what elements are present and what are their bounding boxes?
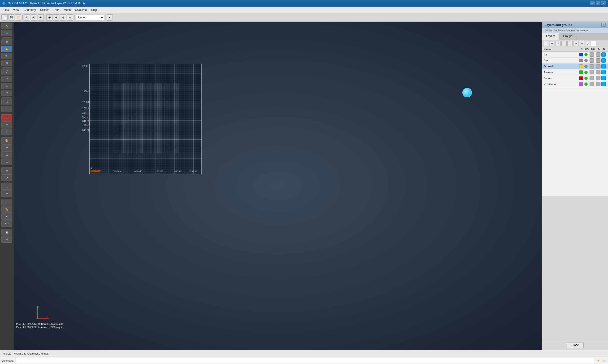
dropdown-arrow[interactable]: ▼ [107, 14, 113, 21]
layer-cyan-ground[interactable] [601, 64, 606, 68]
viewport[interactable]: 2000 1250.13 1260.63 1241.36 1047.73 955… [14, 22, 542, 350]
layer-circle-aux-dot[interactable] [584, 59, 588, 62]
new-button[interactable]: 📄 [1, 14, 8, 21]
tool-pencil[interactable]: ✏ [1, 30, 12, 36]
tool-delete[interactable]: ✕ [1, 114, 12, 121]
tool-condition[interactable]: ◈ [1, 167, 12, 174]
tool-extrude[interactable]: ↑ [1, 105, 12, 112]
layer-gray-air[interactable] [590, 52, 594, 57]
layer-row-source[interactable]: Source [542, 75, 608, 81]
layer-tool-filter[interactable]: ▽ [585, 41, 590, 46]
layer-tr-source-btn[interactable] [596, 76, 600, 80]
tool-scissors[interactable]: ✂ [1, 121, 12, 128]
color-swatch-receive[interactable] [579, 70, 583, 74]
layer-tool-copy[interactable]: ⊕ [573, 41, 579, 46]
tool-measure[interactable]: 📏 [1, 206, 12, 213]
layer-row-uniform[interactable]: ✓ Uniform [542, 81, 608, 87]
layer-color-receive[interactable] [579, 70, 584, 74]
tool-xyz[interactable]: XYZ [1, 220, 12, 227]
tool-layers[interactable]: ☰ [1, 158, 12, 165]
layer-tool-up[interactable]: ↑ [561, 41, 567, 46]
layer-fu-source[interactable] [590, 76, 596, 80]
tab-groups[interactable]: Groups [559, 33, 576, 40]
layer-circle-receive-dot[interactable] [584, 71, 588, 74]
layer-dropdown[interactable]: Uniform Air Aux Ground Receive Source [76, 15, 104, 20]
save-button[interactable]: 💾 [8, 14, 14, 21]
command-input[interactable] [16, 358, 594, 363]
layer-tr-air[interactable] [596, 52, 601, 57]
layer-color-source[interactable] [579, 76, 584, 80]
layer-gray-receive[interactable] [590, 70, 594, 74]
tool-move[interactable]: ✋ [1, 46, 12, 52]
tool-assign[interactable]: ↗ [1, 174, 12, 181]
menu-utilities[interactable]: Utilities [38, 8, 51, 12]
layer-gray-aux[interactable] [590, 58, 594, 63]
color-swatch-air[interactable] [579, 53, 583, 56]
expand-icon[interactable]: ⊞ [602, 358, 607, 363]
menu-view[interactable]: View [11, 8, 21, 12]
layer-tool-edit[interactable]: ✏ [550, 41, 555, 46]
layer-b-ground[interactable] [601, 64, 607, 68]
layer-cyan-source[interactable] [601, 76, 606, 80]
layer-color-air[interactable] [579, 53, 584, 56]
tool-3d[interactable]: ⬡ [1, 99, 12, 105]
layer-cyan-air[interactable] [601, 52, 606, 57]
layer-color-uniform[interactable] [579, 82, 584, 86]
layer-fu-ground[interactable] [590, 64, 596, 68]
layer-tr-aux[interactable] [596, 58, 601, 63]
layer-circle-uniform[interactable] [584, 82, 590, 86]
layer-b-source[interactable] [601, 76, 607, 80]
menu-help[interactable]: Help [89, 8, 99, 12]
layer-row-air[interactable]: Air [542, 52, 608, 58]
layer-b-aux[interactable] [601, 58, 607, 63]
layer-tr-uniform[interactable] [596, 82, 601, 86]
view3-button[interactable]: 👁 [38, 14, 44, 21]
open-button[interactable]: 📁 [15, 14, 21, 21]
color-swatch-uniform[interactable] [579, 82, 583, 86]
menu-geometry[interactable]: Geometry [22, 8, 38, 12]
remove-btn[interactable]: ⊖ [60, 14, 66, 21]
layer-circle-air[interactable] [584, 53, 590, 56]
layer-tr-aux-btn[interactable] [596, 58, 600, 63]
layer-tr-receive[interactable] [596, 70, 601, 74]
layer-circle-ground-dot[interactable] [584, 65, 588, 68]
menu-files[interactable]: Files [1, 8, 11, 12]
layer-tool-delete[interactable]: ✕ [555, 41, 561, 46]
layer-fu-receive[interactable] [590, 70, 596, 74]
layer-row-ground[interactable]: Ground [542, 64, 608, 69]
add-btn[interactable]: ⊕ [53, 14, 59, 21]
view2-button[interactable]: 👁 [31, 14, 37, 21]
tool-paint[interactable]: 🎨 [1, 137, 12, 144]
tool-arrow[interactable]: ↖ [1, 23, 12, 29]
lightning-icon[interactable] [596, 358, 600, 363]
layer-circle-source-dot[interactable] [584, 77, 588, 80]
floating-action-button[interactable] [462, 88, 472, 97]
layer-tool-down[interactable]: ↓ [567, 41, 573, 46]
layer-tr-uniform-btn[interactable] [596, 82, 600, 86]
layer-color-ground[interactable] [579, 65, 584, 68]
color-swatch-source[interactable] [579, 76, 583, 80]
tool-zoom-out[interactable]: 🔎 [1, 60, 12, 66]
tab-layers[interactable]: Layers [542, 33, 559, 40]
layer-tr-receive-btn[interactable] [596, 70, 600, 74]
tool-select-rect[interactable]: ⬚ [1, 183, 12, 190]
layer-b-receive[interactable] [601, 70, 607, 74]
edit-btn[interactable]: ✏ [67, 14, 73, 21]
layer-b-uniform[interactable] [601, 82, 607, 86]
circle-btn[interactable]: ◉ [46, 14, 53, 21]
layer-row-receive[interactable]: Receive [542, 69, 608, 75]
window-close-button[interactable]: ✕ [601, 1, 606, 5]
maximize-button[interactable]: □ [596, 1, 600, 5]
tool-line[interactable]: ╱ [1, 68, 12, 75]
menu-data[interactable]: Data [52, 8, 61, 12]
color-swatch-aux[interactable] [579, 59, 583, 62]
color-swatch-ground[interactable] [579, 65, 583, 68]
tool-arc[interactable]: ◠ [1, 76, 12, 82]
tool-zoom-in[interactable]: 🔍 [1, 53, 12, 59]
layer-tool-white[interactable]: □ [591, 41, 596, 46]
tool-pre[interactable]: ▣ [1, 229, 12, 235]
layer-tr-ground[interactable] [596, 64, 601, 68]
layer-cyan-receive[interactable] [601, 70, 606, 74]
tool-polygon[interactable]: ⬡ [1, 90, 12, 96]
tool-rotate[interactable]: ↺ [1, 39, 12, 45]
